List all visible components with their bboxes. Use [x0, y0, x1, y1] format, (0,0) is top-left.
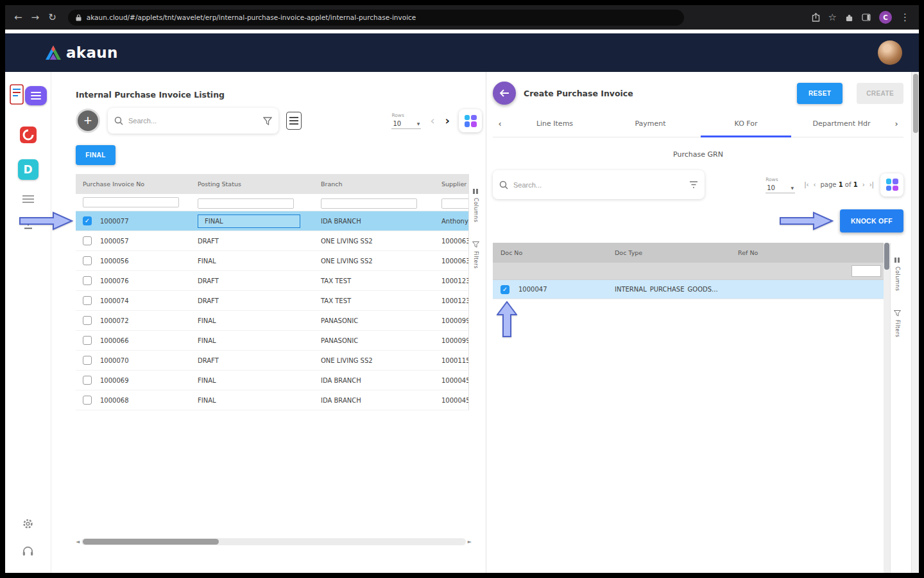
cell-invoice-no: 1000074: [100, 297, 129, 304]
next-page-icon[interactable]: ›: [862, 181, 865, 188]
row-checkbox[interactable]: [83, 396, 92, 405]
tab-ko-for[interactable]: KO For: [698, 110, 794, 137]
refresh-icon[interactable]: ↻: [48, 13, 56, 22]
invoice-row-selected[interactable]: 1000077 FINAL IDA BRANCH Anthony0: [76, 211, 468, 231]
col-doc-type[interactable]: Doc Type: [612, 249, 738, 256]
extensions-icon[interactable]: [845, 13, 853, 22]
filters-tab[interactable]: Filters: [472, 241, 479, 268]
columns-tab[interactable]: Columns: [472, 188, 479, 222]
invoice-row[interactable]: 1000072 FINAL PANASONIC 1000099: [76, 311, 468, 331]
cell-branch: IDA BRANCH: [317, 397, 438, 404]
col-purchase-invoice-no[interactable]: Purchase Invoice No: [76, 180, 194, 188]
d-applet-icon[interactable]: D: [18, 159, 38, 180]
row-checkbox[interactable]: [83, 276, 92, 285]
row-checkbox[interactable]: [83, 316, 92, 325]
filter-branch-input[interactable]: [321, 198, 417, 209]
active-applet-icon[interactable]: [8, 81, 48, 110]
cell-branch: ONE LIVING SS2: [317, 357, 438, 364]
cell-invoice-no: 1000069: [100, 377, 129, 384]
address-bar[interactable]: akaun.cloud/#/applets/tnt/wavelet/erp/in…: [68, 10, 684, 26]
horizontal-scrollbar[interactable]: ◄ ►: [76, 538, 482, 546]
dropdown-caret-icon: ▼: [791, 186, 794, 190]
filter-ref-no-input[interactable]: [851, 265, 881, 277]
final-filter-button[interactable]: FINAL: [76, 145, 116, 165]
reset-button[interactable]: RESET: [797, 83, 843, 104]
add-invoice-button[interactable]: +: [76, 109, 100, 133]
report-icon[interactable]: [286, 112, 302, 130]
scrollbar-thumb[interactable]: [884, 243, 889, 270]
akaun-logo-mark: [45, 45, 62, 60]
filters-tab[interactable]: Filters: [894, 310, 901, 337]
invoice-row[interactable]: 1000057 DRAFT ONE LIVING SS2 1000063: [76, 231, 468, 251]
col-doc-no[interactable]: Doc No: [493, 249, 612, 256]
tab-department-hdr[interactable]: Department Hdr: [794, 110, 889, 137]
filter-funnel-icon[interactable]: [689, 180, 698, 189]
row-checkbox[interactable]: [83, 376, 92, 385]
cell-posting-status: DRAFT: [198, 277, 219, 285]
filter-invoice-no-input[interactable]: [83, 197, 179, 207]
user-avatar[interactable]: [878, 40, 902, 65]
grn-search-input[interactable]: [513, 181, 684, 189]
last-page-icon[interactable]: ›|: [869, 181, 874, 188]
page-scrollbar[interactable]: [911, 72, 919, 573]
tab-payment[interactable]: Payment: [603, 110, 698, 137]
row-checkbox[interactable]: [83, 216, 92, 225]
page-scrollbar-thumb[interactable]: [913, 74, 918, 133]
prev-page-icon[interactable]: ‹: [429, 115, 436, 127]
bookmark-star-icon[interactable]: ☆: [828, 13, 837, 22]
first-page-icon[interactable]: |‹: [804, 181, 809, 188]
scrollbar-track[interactable]: [81, 538, 466, 545]
row-checkbox[interactable]: [83, 356, 92, 365]
prev-page-icon[interactable]: ‹: [814, 181, 816, 188]
browser-profile-avatar[interactable]: C: [879, 11, 892, 24]
row-checkbox[interactable]: [83, 336, 92, 345]
col-ref-no[interactable]: Ref No: [738, 249, 884, 256]
cell-invoice-no: 1000076: [100, 277, 129, 285]
side-panel-icon[interactable]: [862, 13, 871, 21]
tabs-scroll-right-icon[interactable]: ›: [889, 119, 903, 128]
col-branch[interactable]: Branch: [317, 180, 438, 188]
invoice-row[interactable]: 1000070 DRAFT ONE LIVING SS2 1000115: [76, 351, 468, 371]
invoice-search-input[interactable]: [128, 117, 258, 125]
forward-icon[interactable]: →: [31, 13, 40, 22]
cell-posting-status: FINAL: [198, 215, 300, 228]
support-headset-icon[interactable]: [22, 545, 34, 556]
filter-supplier-input[interactable]: [441, 198, 468, 209]
invoice-row[interactable]: 1000056 FINAL ONE LIVING SS2 1000063: [76, 251, 468, 271]
back-button[interactable]: [493, 82, 516, 105]
col-supplier[interactable]: Supplier ID: [438, 180, 468, 188]
rows-per-page-control[interactable]: Rows 10▼: [391, 112, 421, 129]
filter-posting-status-input[interactable]: [198, 198, 294, 209]
apps-grid-icon[interactable]: [880, 173, 903, 197]
invoice-row[interactable]: 1000066 FINAL PANASONIC 1000099: [76, 331, 468, 351]
next-page-icon[interactable]: ›: [444, 115, 451, 127]
tab-line-items[interactable]: Line Items: [507, 110, 603, 137]
row-checkbox[interactable]: [501, 285, 509, 294]
grn-table: Doc No Doc Type Ref No 1000047 INTERNAL_…: [493, 243, 884, 573]
invoice-row[interactable]: 1000076 DRAFT TAX TEST 1000123: [76, 271, 468, 291]
rows-per-page-control[interactable]: Rows 10▼: [766, 177, 795, 193]
browser-menu-icon[interactable]: ⋮: [900, 13, 910, 22]
tabs-scroll-left-icon[interactable]: ‹: [493, 119, 507, 128]
row-checkbox[interactable]: [83, 256, 92, 265]
col-posting-status[interactable]: Posting Status: [194, 180, 317, 188]
knock-off-button[interactable]: KNOCK OFF: [840, 209, 903, 232]
row-checkbox[interactable]: [83, 236, 92, 245]
scroll-left-icon[interactable]: ◄: [76, 539, 80, 545]
apps-grid-icon[interactable]: [459, 109, 482, 132]
settings-gear-icon[interactable]: [22, 518, 34, 530]
grn-vertical-scrollbar[interactable]: [884, 243, 890, 573]
scrollbar-thumb[interactable]: [83, 539, 219, 545]
invoice-row[interactable]: 1000068 FINAL IDA BRANCH 1000045: [76, 390, 468, 410]
list-icon[interactable]: [22, 195, 34, 203]
invoice-row[interactable]: 1000069 FINAL IDA BRANCH 1000045: [76, 371, 468, 390]
pdf-icon[interactable]: [19, 126, 37, 144]
scroll-right-icon[interactable]: ►: [468, 539, 472, 545]
row-checkbox[interactable]: [83, 296, 92, 305]
back-icon[interactable]: ←: [14, 13, 22, 22]
columns-tab[interactable]: Columns: [894, 257, 900, 291]
share-icon[interactable]: [812, 13, 820, 22]
invoice-row[interactable]: 1000074 DRAFT TAX TEST 1000123: [76, 291, 468, 311]
grn-row-selected[interactable]: 1000047 INTERNAL_PURCHASE_GOODS...: [493, 280, 884, 299]
filter-funnel-icon[interactable]: [263, 117, 272, 125]
